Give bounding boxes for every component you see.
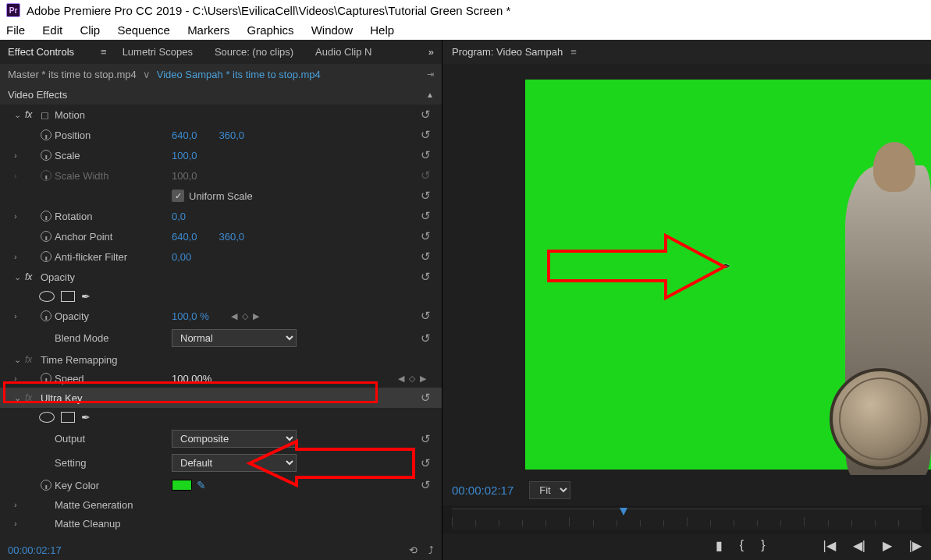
stopwatch-icon[interactable] bbox=[41, 310, 52, 321]
panel-menu-icon[interactable]: ≡ bbox=[570, 46, 577, 58]
sequence-clip-link[interactable]: Video Sampah * its time to stop.mp4 bbox=[157, 69, 321, 80]
tabs-overflow-icon[interactable]: » bbox=[428, 46, 434, 58]
stopwatch-icon[interactable] bbox=[41, 211, 52, 222]
prev-keyframe-icon[interactable]: ◀ bbox=[398, 374, 404, 384]
stopwatch-icon[interactable] bbox=[41, 480, 52, 491]
add-keyframe-icon[interactable]: ◇ bbox=[242, 311, 248, 321]
prev-keyframe-icon[interactable]: ◀ bbox=[231, 311, 237, 321]
reset-icon[interactable]: ↺ bbox=[421, 309, 435, 323]
stopwatch-icon[interactable] bbox=[41, 251, 52, 262]
menu-file[interactable]: File bbox=[6, 23, 25, 37]
add-keyframe-icon[interactable]: ◇ bbox=[409, 374, 415, 384]
keycolor-swatch[interactable] bbox=[172, 480, 192, 491]
uniform-scale-checkbox[interactable]: ✓ bbox=[172, 190, 184, 202]
reset-icon[interactable]: ↺ bbox=[421, 331, 435, 346]
position-y[interactable]: 360,0 bbox=[219, 129, 245, 141]
antiflicker-value[interactable]: 0,00 bbox=[172, 251, 191, 263]
opacity-value[interactable]: 100,0 % bbox=[172, 310, 209, 322]
chevron-down-icon[interactable]: ⌄ bbox=[14, 355, 25, 365]
zoom-select[interactable]: Fit bbox=[529, 481, 570, 499]
chevron-right-icon[interactable]: › bbox=[14, 311, 25, 321]
rect-mask-icon[interactable] bbox=[61, 291, 75, 302]
scale-label: Scale bbox=[55, 150, 172, 161]
step-forward-icon[interactable]: |▶ bbox=[909, 538, 922, 553]
position-x[interactable]: 640,0 bbox=[172, 129, 197, 141]
pin-icon[interactable]: ⇥ bbox=[427, 69, 434, 80]
next-keyframe-icon[interactable]: ▶ bbox=[253, 311, 259, 321]
ultrakey-masks: ✒ bbox=[0, 408, 442, 427]
master-clip-name[interactable]: Master * its time to stop.mp4 bbox=[8, 69, 137, 80]
mark-out-icon[interactable]: { bbox=[740, 538, 744, 553]
opacity-header[interactable]: ⌄ fx Opacity ↺ bbox=[0, 267, 442, 287]
reset-icon[interactable]: ↺ bbox=[421, 270, 435, 284]
reset-icon[interactable]: ↺ bbox=[421, 456, 435, 470]
rotation-value[interactable]: 0,0 bbox=[172, 211, 186, 222]
fx-badge[interactable]: fx bbox=[25, 109, 41, 120]
reset-icon[interactable]: ↺ bbox=[421, 209, 435, 223]
reset-icon[interactable]: ↺ bbox=[421, 250, 435, 264]
rect-mask-icon[interactable] bbox=[61, 412, 75, 423]
mark-in-icon[interactable]: ▮ bbox=[716, 538, 723, 553]
ellipse-mask-icon[interactable] bbox=[39, 412, 55, 423]
chevron-right-icon[interactable]: › bbox=[14, 211, 25, 221]
anchor-x[interactable]: 640,0 bbox=[172, 231, 197, 243]
chevron-right-icon[interactable]: › bbox=[14, 252, 25, 261]
menu-graphics[interactable]: Graphics bbox=[247, 23, 293, 37]
stopwatch-icon[interactable] bbox=[41, 150, 52, 161]
program-controls-bar: 00:00:02:17 Fit bbox=[442, 475, 931, 505]
menu-edit[interactable]: Edit bbox=[42, 23, 62, 37]
pen-mask-icon[interactable]: ✒ bbox=[81, 290, 91, 303]
tab-effect-controls[interactable]: Effect Controls bbox=[8, 46, 74, 58]
pen-mask-icon[interactable]: ✒ bbox=[81, 411, 91, 424]
reset-icon[interactable]: ↺ bbox=[421, 108, 435, 122]
anchor-y[interactable]: 360,0 bbox=[219, 231, 245, 243]
eyedropper-icon[interactable]: ✎ bbox=[197, 479, 206, 491]
collapse-icon[interactable]: ▲ bbox=[426, 90, 434, 99]
chevron-down-icon[interactable]: ⌄ bbox=[14, 272, 25, 282]
mark-clip-icon[interactable]: } bbox=[761, 538, 765, 553]
tab-lumetri-scopes[interactable]: Lumetri Scopes bbox=[123, 46, 193, 58]
bypass-icon[interactable]: ⟲ bbox=[409, 544, 418, 556]
program-timecode[interactable]: 00:00:02:17 bbox=[452, 484, 513, 497]
tab-program[interactable]: Program: Video Sampah bbox=[452, 46, 563, 58]
panel-timecode[interactable]: 00:00:02:17 bbox=[8, 544, 62, 556]
reset-icon[interactable]: ↺ bbox=[421, 189, 435, 203]
chevron-right-icon[interactable]: › bbox=[14, 519, 25, 528]
step-back-icon[interactable]: ◀| bbox=[853, 538, 865, 553]
reset-icon[interactable]: ↺ bbox=[421, 128, 435, 142]
menu-window[interactable]: Window bbox=[311, 23, 353, 37]
reset-icon[interactable]: ↺ bbox=[421, 229, 435, 243]
tab-source[interactable]: Source: (no clips) bbox=[215, 46, 293, 58]
motion-header[interactable]: ⌄ fx ◻ Motion ↺ bbox=[0, 105, 442, 125]
menu-help[interactable]: Help bbox=[370, 23, 394, 37]
reset-icon[interactable]: ↺ bbox=[421, 478, 435, 492]
export-icon[interactable]: ⤴ bbox=[428, 544, 434, 556]
chevron-right-icon[interactable]: › bbox=[14, 500, 25, 509]
stopwatch-icon[interactable] bbox=[41, 231, 52, 242]
video-preview[interactable]: ✒ bbox=[525, 80, 931, 470]
next-keyframe-icon[interactable]: ▶ bbox=[420, 374, 426, 384]
video-effects-header[interactable]: Video Effects ▲ bbox=[0, 85, 442, 105]
panel-menu-icon[interactable]: ≡ bbox=[101, 46, 107, 58]
tab-audio-clip[interactable]: Audio Clip N bbox=[315, 46, 371, 58]
play-icon[interactable]: ▶ bbox=[883, 538, 892, 553]
reset-icon[interactable]: ↺ bbox=[421, 391, 435, 405]
program-monitor[interactable]: ✒ bbox=[442, 64, 931, 475]
reset-icon[interactable]: ↺ bbox=[421, 432, 435, 446]
menu-sequence[interactable]: Sequence bbox=[117, 23, 170, 37]
matte-clean-row[interactable]: › Matte Cleanup bbox=[0, 514, 442, 533]
scale-value[interactable]: 100,0 bbox=[172, 150, 197, 161]
menu-clip[interactable]: Clip bbox=[80, 23, 100, 37]
go-to-in-icon[interactable]: |◀ bbox=[823, 538, 836, 553]
titlebar: Pr Adobe Premiere Pro CC 2019 - C:\Users… bbox=[0, 0, 931, 20]
reset-icon[interactable]: ↺ bbox=[421, 148, 435, 162]
program-timeline-ruler[interactable] bbox=[452, 509, 922, 530]
fx-badge[interactable]: fx bbox=[25, 271, 41, 282]
stopwatch-icon[interactable] bbox=[41, 129, 52, 140]
chevron-right-icon[interactable]: › bbox=[14, 151, 25, 160]
blend-mode-select[interactable]: Normal bbox=[172, 329, 297, 347]
menu-markers[interactable]: Markers bbox=[187, 23, 229, 37]
chevron-down-icon[interactable]: ⌄ bbox=[14, 110, 25, 120]
time-remap-header[interactable]: ⌄ fx Time Remapping bbox=[0, 350, 442, 369]
ellipse-mask-icon[interactable] bbox=[39, 291, 55, 302]
